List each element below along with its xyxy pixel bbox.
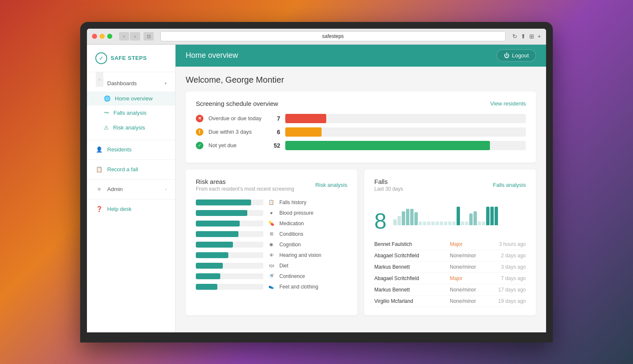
back-button[interactable]: ‹ — [119, 32, 129, 40]
logo-area: ✓ SAFE STEPS — [87, 45, 175, 72]
feet-icon: 👟 — [268, 283, 275, 291]
maximize-button[interactable] — [107, 34, 112, 39]
screening-row-due: ! Due within 3 days 6 — [196, 127, 526, 137]
minimize-button[interactable] — [100, 34, 105, 39]
due-count: 6 — [268, 129, 280, 135]
chevron-right-icon: › — [165, 187, 167, 191]
falls-row-6: Virgilio Mcfarland None/minor 19 days ag… — [374, 296, 526, 307]
falls-analysis-link[interactable]: Falls analysis — [493, 182, 526, 188]
falls-name-5: Markus Bennett — [374, 287, 450, 293]
risk-row-cognition: ◉ Cognition — [196, 241, 347, 248]
record-fall-label: Record a fall — [107, 166, 138, 173]
falls-row-4: Abagael Scritchfield Major 7 days ago — [374, 273, 526, 284]
two-col-section: Risk areas From each resident's most rec… — [186, 170, 536, 322]
sidebar-item-risk-analysis[interactable]: ⚠ Risk analysis — [87, 121, 175, 135]
logo-text: SAFE STEPS — [111, 55, 147, 61]
refresh-icon[interactable]: ↻ — [512, 33, 517, 40]
falls-time-1: 3 hours ago — [492, 241, 526, 247]
risk-title: Risk areas — [196, 178, 294, 185]
falls-total: 8 — [374, 210, 387, 232]
risk-bar-med — [196, 221, 263, 226]
falls-severity-2: None/minor — [450, 253, 492, 259]
risk-subtitle: From each resident's most recent screeni… — [196, 186, 294, 192]
admin-label: Admin — [107, 186, 123, 192]
dashboards-label: Dashboards — [107, 80, 137, 86]
falls-severity-6: None/minor — [450, 298, 492, 304]
not-due-count: 52 — [268, 142, 280, 149]
screening-card: Screening schedule overview View residen… — [186, 92, 536, 163]
continence-icon: 🚿 — [268, 272, 275, 280]
risk-bar-feet — [196, 284, 263, 290]
falls-name-6: Virgilio Mcfarland — [374, 298, 450, 304]
risk-row-medication: 💊 Medication — [196, 220, 347, 227]
falls-name-4: Abagael Scritchfield — [374, 275, 450, 281]
falls-name-1: Bennet Faulstich — [374, 241, 450, 247]
risk-bar-cond — [196, 231, 263, 237]
share-icon[interactable]: ⬆ — [521, 33, 526, 40]
risk-row-hearing-vision: 👁 Hearing and vision — [196, 251, 347, 259]
sidebar-item-falls-analysis[interactable]: 〜 Falls analysis — [87, 105, 175, 121]
falls-history-icon: 📋 — [268, 199, 275, 206]
admin-group[interactable]: ≡ Admin › — [87, 181, 175, 197]
diet-label: Diet — [279, 263, 330, 269]
nav-divider-1 — [87, 140, 175, 140]
hearing-vision-label: Hearing and vision — [279, 252, 330, 258]
overdue-icon: ✕ — [196, 115, 203, 122]
risk-row-falls-history: 📋 Falls history — [196, 199, 347, 206]
falls-time-5: 17 days ago — [492, 287, 526, 293]
browser-actions: ↻ ⬆ ⊞ + — [512, 33, 541, 40]
help-desk-label: Help desk — [107, 206, 132, 212]
sidebar-item-help-desk[interactable]: ❓ Help desk — [87, 201, 175, 217]
tab-button[interactable]: ⊡ — [143, 32, 154, 40]
due-bar-container — [285, 127, 526, 137]
due-bar — [285, 127, 322, 137]
content-area: Welcome, George Montier Screening schedu… — [176, 67, 546, 332]
address-bar[interactable]: safesteps — [160, 31, 506, 41]
overdue-bar — [285, 114, 326, 123]
globe-icon: 🌐 — [104, 95, 111, 102]
risk-bar-bp — [196, 210, 263, 216]
chart-icon: 〜 — [104, 109, 109, 117]
falls-header: Falls Last 30 days Falls analysis — [374, 178, 526, 192]
hearing-vision-icon: 👁 — [268, 251, 275, 259]
risk-header: Risk areas From each resident's most rec… — [196, 178, 347, 192]
screening-row-not-due: ✓ Not yet due 52 — [196, 141, 526, 150]
sidebar-item-record-fall[interactable]: 📋 Record a fall — [87, 162, 175, 178]
falls-analysis-label: Falls analysis — [114, 110, 146, 116]
residents-label: Residents — [107, 146, 132, 153]
sidebar-item-residents[interactable]: 👤 Residents — [87, 142, 175, 158]
diet-icon: 🍽 — [268, 262, 275, 270]
sidebar-collapse-button[interactable]: ‹ — [96, 72, 103, 87]
falls-chart — [393, 202, 526, 225]
url-text: safesteps — [322, 33, 344, 39]
risk-row-feet: 👟 Feet and clothing — [196, 283, 347, 291]
medication-icon: 💊 — [268, 220, 275, 227]
overdue-count: 7 — [268, 115, 280, 122]
falls-history-label: Falls history — [279, 200, 330, 205]
falls-row-1: Bennet Faulstich Major 3 hours ago — [374, 239, 526, 250]
top-header: Home overview ⏻ Logout — [176, 45, 546, 67]
screening-row-overdue: ✕ Overdue or due today 7 — [196, 114, 526, 123]
browser-window: ‹ › ⊡ safesteps ↻ ⬆ ⊞ + ✓ SAFE STEPS — [87, 29, 546, 332]
falls-time-4: 7 days ago — [492, 275, 526, 281]
continence-label: Continence — [279, 273, 330, 279]
page-title: Home overview — [186, 51, 238, 60]
forward-button[interactable]: › — [130, 32, 140, 40]
medication-label: Medication — [279, 221, 330, 226]
nav-buttons: ‹ › — [119, 32, 140, 40]
risk-analysis-link[interactable]: Risk analysis — [315, 182, 347, 188]
risk-analysis-label: Risk analysis — [113, 124, 145, 131]
sidebar-item-home-overview[interactable]: 🌐 Home overview — [87, 92, 175, 105]
falls-card: Falls Last 30 days Falls analysis 8 — [364, 170, 536, 315]
falls-severity-1: Major — [450, 241, 492, 247]
logout-button[interactable]: ⏻ Logout — [497, 49, 536, 62]
nav-divider-4 — [87, 199, 175, 200]
risk-row-diet: 🍽 Diet — [196, 262, 347, 270]
copy-icon[interactable]: ⊞ — [529, 33, 534, 40]
risk-bar-cont — [196, 273, 263, 279]
view-residents-link[interactable]: View residents — [490, 100, 526, 107]
add-tab-icon[interactable]: + — [538, 33, 541, 40]
due-icon: ! — [196, 128, 203, 136]
screening-title: Screening schedule overview — [196, 100, 278, 107]
close-button[interactable] — [92, 34, 97, 39]
